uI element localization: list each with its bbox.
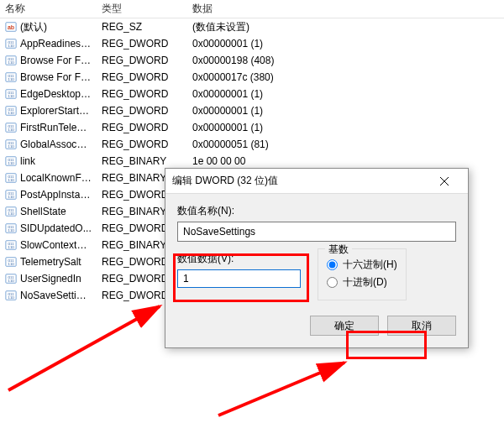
row-type: REG_DWORD: [97, 138, 187, 151]
name-label: 数值名称(N):: [177, 204, 456, 218]
row-name-cell: 011110FirstRunTelem...: [0, 121, 97, 135]
svg-text:110: 110: [8, 95, 15, 99]
registry-row[interactable]: ab(默认)REG_SZ(数值未设置): [0, 18, 504, 35]
radix-legend: 基数: [325, 243, 352, 257]
svg-text:110: 110: [8, 196, 15, 200]
binary-value-icon: 011110: [5, 172, 17, 184]
svg-text:110: 110: [8, 279, 15, 284]
row-name: Browse For Fol...: [20, 55, 97, 66]
row-data: 0x00000001 (1): [187, 87, 504, 101]
column-headers: 名称 类型 数据: [0, 0, 504, 18]
row-name-cell: 011110Browse For Fol...: [0, 54, 97, 68]
header-data[interactable]: 数据: [187, 0, 504, 18]
svg-text:110: 110: [8, 61, 15, 65]
svg-text:110: 110: [8, 246, 15, 250]
cancel-button[interactable]: 取消: [387, 316, 456, 336]
svg-text:110: 110: [8, 263, 15, 267]
binary-value-icon: 011110: [5, 206, 17, 217]
row-name: ShellState: [20, 206, 66, 217]
header-type[interactable]: 类型: [97, 0, 187, 18]
row-name: PostAppInstall...: [20, 189, 93, 201]
row-name-cell: 011110ShellState: [0, 205, 97, 219]
dialog-title: 编辑 DWORD (32 位)值: [172, 174, 278, 188]
radix-dec-radio[interactable]: [327, 277, 338, 288]
radix-hex-radio[interactable]: [327, 259, 338, 270]
svg-text:110: 110: [8, 229, 15, 233]
svg-text:110: 110: [8, 145, 15, 149]
ok-button[interactable]: 确定: [310, 316, 379, 336]
row-name-cell: 011110EdgeDesktopS...: [0, 87, 97, 102]
header-name[interactable]: 名称: [0, 0, 97, 18]
row-name: GlobalAssocCh...: [20, 138, 97, 150]
radix-dec-label: 十进制(D): [343, 275, 387, 290]
row-name: Browse For Fol...: [20, 71, 97, 83]
row-type: REG_DWORD: [97, 87, 187, 101]
string-value-icon: ab: [5, 21, 17, 33]
row-data: 0x00000001 (1): [187, 121, 504, 134]
row-name: LocalKnownFol...: [20, 172, 97, 184]
row-data: 1e 00 00 00: [187, 154, 504, 168]
svg-text:110: 110: [8, 296, 15, 300]
row-name-cell: 011110AppReadiness...: [0, 37, 97, 51]
registry-row[interactable]: 011110ExplorerStartu...REG_DWORD0x000000…: [0, 102, 504, 119]
binary-value-icon: 011110: [5, 273, 17, 285]
row-name: SlowContextM...: [20, 239, 93, 251]
value-label: 数值数据(V):: [177, 252, 301, 266]
row-name: NoSaveSettings: [20, 290, 92, 301]
row-name: ExplorerStartu...: [20, 105, 93, 117]
value-data-input[interactable]: [177, 269, 301, 288]
row-name: TelemetrySalt: [20, 256, 81, 268]
registry-row[interactable]: 011110EdgeDesktopS...REG_DWORD0x00000001…: [0, 86, 504, 102]
registry-row[interactable]: 011110GlobalAssocCh...REG_DWORD0x0000005…: [0, 136, 504, 153]
binary-value-icon: 011110: [5, 189, 17, 201]
svg-text:110: 110: [8, 179, 15, 183]
dialog-titlebar: 编辑 DWORD (32 位)值: [165, 169, 468, 194]
svg-text:110: 110: [8, 112, 15, 116]
row-name-cell: 011110PostAppInstall...: [0, 188, 97, 202]
binary-value-icon: 011110: [5, 222, 17, 234]
row-name: UserSignedIn: [20, 273, 81, 285]
row-name: (默认): [20, 21, 47, 33]
row-type: REG_BINARY: [97, 154, 187, 168]
row-name: AppReadiness...: [20, 38, 94, 50]
registry-row[interactable]: 011110FirstRunTelem...REG_DWORD0x0000000…: [0, 119, 504, 136]
value-group: 数值数据(V):: [177, 252, 301, 300]
binary-value-icon: 011110: [5, 38, 17, 50]
row-data: 0x00000001 (1): [187, 37, 504, 50]
registry-row[interactable]: 011110linkREG_BINARY1e 00 00 00: [0, 153, 504, 170]
svg-text:110: 110: [8, 162, 15, 166]
row-data: 0x0000017c (380): [187, 70, 504, 84]
row-name: FirstRunTelem...: [20, 122, 93, 133]
binary-value-icon: 011110: [5, 138, 17, 150]
radix-hex-option[interactable]: 十六进制(H): [327, 258, 397, 272]
row-name-cell: 011110SIDUpdatedO...: [0, 222, 97, 236]
binary-value-icon: 011110: [5, 256, 17, 268]
close-button[interactable]: [428, 171, 461, 191]
svg-text:110: 110: [8, 44, 15, 49]
radix-dec-option[interactable]: 十进制(D): [327, 275, 397, 290]
row-name: link: [20, 155, 35, 167]
row-name-cell: 011110Browse For Fol...: [0, 70, 97, 85]
radix-hex-label: 十六进制(H): [343, 258, 397, 272]
binary-value-icon: 011110: [5, 88, 17, 100]
row-data: (数值未设置): [187, 19, 504, 35]
row-name-cell: ab(默认): [0, 19, 97, 35]
binary-value-icon: 011110: [5, 55, 17, 66]
registry-row[interactable]: 011110Browse For Fol...REG_DWORD0x000001…: [0, 52, 504, 69]
row-type: REG_DWORD: [97, 70, 187, 84]
binary-value-icon: 011110: [5, 122, 17, 133]
svg-text:110: 110: [8, 78, 15, 82]
radix-group: 基数 十六进制(H) 十进制(D): [318, 248, 407, 300]
row-type: REG_SZ: [97, 20, 187, 34]
registry-row[interactable]: 011110AppReadiness...REG_DWORD0x00000001…: [0, 35, 504, 52]
row-type: REG_DWORD: [97, 37, 187, 50]
binary-value-icon: 011110: [5, 105, 17, 117]
close-icon: [440, 177, 449, 185]
row-name-cell: 011110ExplorerStartu...: [0, 104, 97, 118]
row-name-cell: 011110LocalKnownFol...: [0, 171, 97, 185]
row-name-cell: 011110SlowContextM...: [0, 238, 97, 253]
registry-row[interactable]: 011110Browse For Fol...REG_DWORD0x000001…: [0, 69, 504, 86]
dialog-buttons: 确定 取消: [177, 316, 456, 336]
row-data: 0x00000001 (1): [187, 104, 504, 118]
name-field[interactable]: [177, 222, 456, 242]
